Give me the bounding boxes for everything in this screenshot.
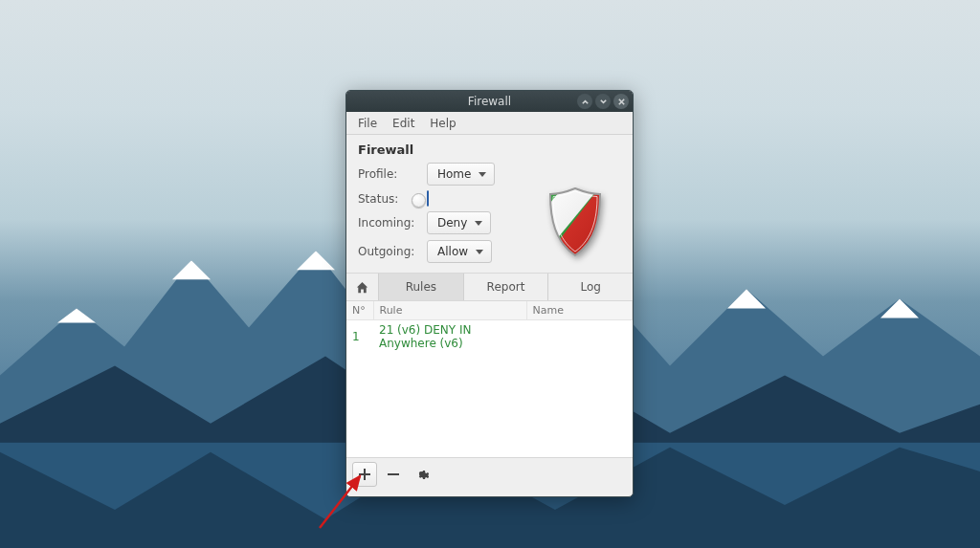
column-header-no[interactable]: N° (346, 301, 373, 320)
tab-bar: Rules Report Log (346, 273, 633, 300)
outgoing-label: Outgoing: (358, 245, 421, 258)
incoming-label: Incoming: (358, 216, 421, 230)
minus-icon (387, 468, 400, 481)
menu-help[interactable]: Help (424, 114, 461, 133)
chevron-down-icon (476, 250, 483, 254)
incoming-value: Deny (437, 216, 467, 230)
table-header-row: N° Rule Name (346, 301, 633, 320)
settings-button[interactable] (410, 462, 434, 487)
outgoing-value: Allow (437, 245, 468, 258)
tab-log[interactable]: Log (548, 274, 633, 300)
cell-name (526, 320, 633, 354)
menu-edit[interactable]: Edit (387, 114, 420, 133)
menu-file[interactable]: File (352, 114, 383, 133)
chevron-down-icon (475, 221, 482, 226)
svg-rect-13 (359, 473, 370, 475)
home-icon (355, 280, 369, 295)
remove-rule-button[interactable] (381, 462, 406, 487)
status-toggle[interactable] (427, 190, 429, 207)
tab-home[interactable] (346, 274, 379, 300)
incoming-dropdown[interactable]: Deny (427, 211, 491, 234)
tab-rules[interactable]: Rules (379, 274, 464, 300)
window-maximize-button[interactable] (595, 94, 611, 109)
table-row[interactable]: 1 21 (v6) DENY IN Anywhere (v6) (346, 320, 633, 354)
outgoing-dropdown[interactable]: Allow (427, 240, 492, 263)
toggle-knob (412, 193, 426, 208)
svg-rect-14 (388, 473, 399, 475)
window-minimize-button[interactable] (577, 94, 592, 109)
cell-no: 1 (346, 320, 373, 354)
gear-icon (415, 468, 429, 481)
desktop-wallpaper: Firewall File Edit Help Firewall (0, 0, 980, 548)
add-rule-button[interactable] (352, 462, 377, 487)
column-header-rule[interactable]: Rule (373, 301, 526, 320)
chevron-down-icon (479, 172, 486, 177)
column-header-name[interactable]: Name (526, 301, 633, 320)
plus-icon (358, 468, 371, 481)
page-title: Firewall (358, 142, 621, 157)
profile-label: Profile: (358, 167, 421, 181)
window-close-button[interactable] (613, 94, 629, 109)
window-titlebar[interactable]: Firewall (346, 91, 633, 112)
shield-icon (546, 186, 604, 260)
cell-rule: 21 (v6) DENY IN Anywhere (v6) (373, 320, 526, 354)
profile-value: Home (437, 167, 471, 181)
firewall-window: Firewall File Edit Help Firewall (345, 90, 634, 497)
rules-table[interactable]: N° Rule Name 1 21 (v6) DENY IN Anywhere … (346, 300, 633, 457)
profile-dropdown[interactable]: Home (427, 163, 495, 186)
menu-bar: File Edit Help (346, 112, 633, 135)
tab-report[interactable]: Report (464, 274, 549, 300)
bottom-toolbar (346, 457, 633, 493)
